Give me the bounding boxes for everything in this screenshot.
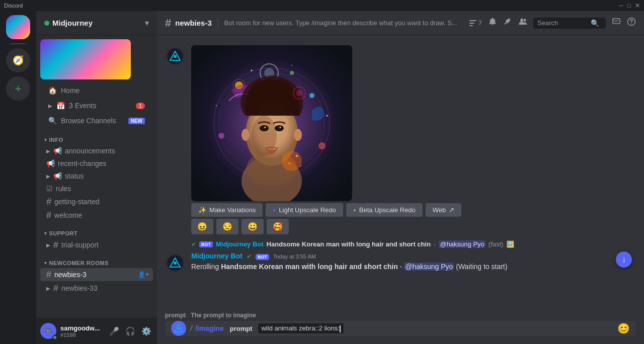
svg-rect-1 [469,23,474,24]
svg-point-7 [631,23,632,24]
image-thumb-icon[interactable]: 🖼️ [506,240,514,248]
section-label-text: NEWCOMER ROOMS [49,260,109,266]
sidebar-item-events[interactable]: ▶ 📅 3 Events 1 [40,99,153,113]
channel-item-newbies-3[interactable]: # newbies-3 👤+ [40,268,153,281]
section-newcomer[interactable]: ▾ NEWCOMER ROOMS [36,252,157,268]
section-label-text: SUPPORT [49,230,78,236]
main-content: # newbies-3 Bot room for new users. Type… [157,11,644,344]
section-info[interactable]: ▾ INFO [36,129,157,145]
make-variations-button[interactable]: ✨ Make Variations [191,203,263,217]
pin-icon[interactable] [503,17,512,29]
search-input[interactable] [537,19,588,27]
channel-item-trial-support[interactable]: ▶ # trial-support [40,238,153,251]
hash-icon: # [53,284,58,293]
hash-icon: # [46,197,51,206]
channel-item-newbies-33[interactable]: ▶ # newbies-33 [40,282,153,295]
server-name: Midjourney [52,19,93,27]
events-expand-icon: ▶ [48,103,52,109]
scroll-to-bottom-button[interactable]: ↓ [616,251,632,268]
sidebar-item-browse[interactable]: 🔍 Browse Channels NEW [40,114,153,128]
microphone-icon[interactable]: 🎤 [108,325,121,337]
browse-badge: NEW [128,118,145,124]
emoji-picker-icon[interactable]: 😊 [617,322,630,334]
emoji-reaction-4[interactable]: 🥰 [267,219,289,234]
server-header[interactable]: Midjourney ▾ [36,11,157,35]
maximize-icon[interactable]: □ [627,2,631,9]
circle-dark-icon: ● [353,207,356,213]
chevron-icon: ▾ [44,261,47,266]
channel-item-getting-started[interactable]: # getting-started [40,195,153,208]
inline-mention: @haksung Pyo [439,240,485,248]
inline-author: Midjourney Bot [216,240,264,248]
hash-icon: # [53,240,58,249]
user-controls: 🎤 🎧 ⚙️ [108,325,153,337]
beta-upscale-redo-button[interactable]: ● Beta Upscale Redo [346,203,423,217]
svg-point-22 [291,65,292,66]
svg-point-37 [242,129,250,141]
server-icon-midjourney[interactable] [6,15,30,39]
members-icon[interactable] [518,17,527,29]
svg-point-40 [296,90,302,96]
add-server-button[interactable]: ＋ [6,76,30,101]
headphone-icon[interactable]: 🎧 [124,325,137,337]
channel-name: announcements [65,147,115,155]
bot-badge: BOT [256,254,269,260]
search-bar[interactable]: 🔍 [533,18,606,29]
emoji-reactions: 😖 😒 😀 🥰 [191,219,636,234]
emoji-reaction-1[interactable]: 😖 [191,219,213,234]
message-group-reroll: Midjourney Bot ✔ BOT Today at 3:55 AM Re… [165,250,636,275]
emoji-reaction-3[interactable]: 😀 [242,219,264,234]
close-icon[interactable]: ✕ [635,2,640,9]
check-icon: ☑ [46,185,53,193]
sparkle-icon: ✨ [198,206,206,214]
circle-blue-icon: ● [273,207,276,213]
light-upscale-redo-button[interactable]: ● Light Upscale Redo [266,203,343,217]
web-button[interactable]: Web ↗ [426,203,462,217]
help-icon[interactable] [627,17,636,29]
svg-point-43 [289,163,290,164]
announce-icon: 📢 [53,147,62,155]
chevron-icon: ▾ [44,231,47,236]
channel-name: welcome [54,211,82,219]
online-indicator [44,21,49,26]
home-icon: 🏠 [48,87,57,95]
channel-item-status[interactable]: ▶ 📢 status [40,170,153,182]
server-icon-explore[interactable]: 🧭 [6,48,30,72]
emoji-reaction-2[interactable]: 😒 [216,219,238,234]
inline-message: ✔ BOT Midjourney Bot Handsome Korean man… [165,239,636,249]
svg-point-23 [327,115,328,117]
message-group-image: ✨ Make Variations ● Light Upscale Redo ●… [165,43,636,238]
channel-name: status [65,172,84,180]
settings-icon[interactable]: ⚙️ [140,325,153,337]
channel-item-welcome[interactable]: # welcome [40,209,153,222]
threads-icon[interactable]: 7 [468,19,482,28]
user-avatar: 🎮 [40,323,56,339]
svg-point-41 [282,151,302,171]
server-divider [10,43,26,44]
svg-rect-0 [469,20,476,21]
channel-item-rules[interactable]: ☑ rules [40,183,153,195]
expand-icon: ▶ [46,148,50,154]
external-link-icon: ↗ [449,206,454,214]
window-controls: ─ □ ✕ [619,2,640,9]
channel-name: getting-started [54,198,100,206]
chat-wrapper: ✨ Make Variations ● Light Upscale Redo ●… [157,35,644,308]
expand-icon: ▶ [46,286,50,291]
channel-name: rules [56,185,71,193]
prompt-description: The prompt to imagine [191,312,256,319]
channel-item-recent-changes[interactable]: 📢 recent-changes [40,157,153,169]
section-label-text: INFO [49,137,63,143]
input-avatar [171,321,186,336]
sidebar-item-home[interactable]: 🏠 Home [40,83,153,98]
channel-header: # newbies-3 Bot room for new users. Type… [157,11,644,35]
section-support[interactable]: ▾ SUPPORT [36,222,157,238]
bot-avatar-2 [165,253,185,273]
channel-item-announcements[interactable]: ▶ 📢 announcements [40,145,153,157]
inbox-icon[interactable] [612,17,621,29]
minimize-icon[interactable]: ─ [619,2,623,9]
titlebar: Discord ─ □ ✕ [0,0,644,11]
input-area: prompt The prompt to imagine / /imagine … [157,308,644,344]
notification-icon[interactable] [488,17,497,29]
command-value-text: wild animals zebra::2 lions: [261,324,339,332]
chat-image-container [191,45,636,201]
